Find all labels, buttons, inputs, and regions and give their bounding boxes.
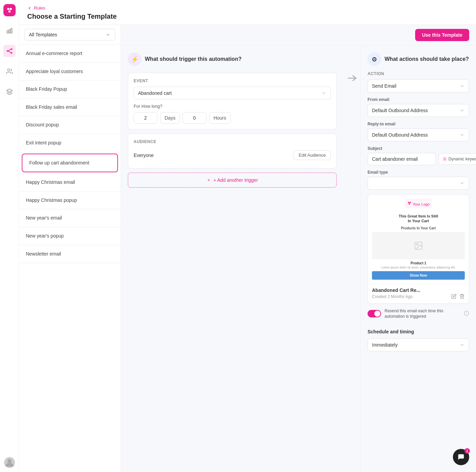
template-list: Annual e-commerce report Appreciate loya… [19, 45, 121, 472]
email-card-name: Abandoned Cart Re... [372, 287, 465, 293]
nav-icon-contacts[interactable] [3, 65, 16, 77]
action-title: What actions should take place? [385, 56, 469, 62]
reply-to-select[interactable]: Default Outbound Address [368, 128, 469, 141]
info-icon[interactable] [464, 311, 469, 317]
email-type-select[interactable] [368, 177, 469, 190]
template-item-appreciate[interactable]: Appreciate loyal customers [19, 63, 121, 81]
subject-label: Subject [368, 146, 469, 151]
subject-input[interactable] [368, 153, 436, 165]
trigger-title: What should trigger this automation? [145, 56, 241, 62]
template-sidebar: All Templates Annual e-commerce report A… [19, 25, 121, 472]
add-trigger-label: + Add another trigger [213, 177, 258, 183]
action-value: Send Email [372, 83, 396, 89]
svg-point-19 [444, 158, 445, 160]
event-card: Event Abandoned cart For How long? Days [128, 73, 337, 129]
email-edit-button[interactable] [451, 294, 457, 300]
dynamic-keywords-button[interactable]: Dynamic keywords [439, 153, 476, 165]
resend-toggle[interactable] [368, 310, 381, 317]
left-nav [0, 0, 19, 472]
svg-text:⚡: ⚡ [131, 56, 139, 63]
audience-value: Everyone [134, 153, 154, 158]
edit-audience-button[interactable]: Edit Audience [293, 150, 331, 160]
template-item-followup[interactable]: Follow up cart abandonment [22, 154, 118, 173]
user-avatar[interactable] [4, 457, 15, 468]
svg-marker-12 [6, 89, 12, 92]
toggle-label: Resend this email each time this automat… [385, 308, 460, 320]
svg-line-10 [8, 51, 11, 53]
nav-icon-analytics[interactable] [3, 24, 16, 37]
trigger-icon: ⚡ [128, 52, 141, 66]
email-preview-shop-btn: Show Now [372, 271, 465, 280]
email-preview-image [372, 232, 465, 259]
template-item-newyear[interactable]: New year's email [19, 209, 121, 227]
action-select[interactable]: Send Email [368, 80, 469, 92]
audience-card: Audience Everyone Edit Audience [128, 134, 337, 169]
svg-point-11 [7, 69, 10, 71]
template-item-christmas-popup[interactable]: Happy Christmas popup [19, 192, 121, 210]
schedule-section: Schedule and timing Immediately [368, 329, 469, 351]
breadcrumb[interactable]: Rules [27, 5, 468, 11]
template-item-bfsales[interactable]: Black Friday sales email [19, 99, 121, 117]
svg-rect-5 [11, 28, 12, 33]
event-select[interactable]: Abandoned cart [134, 87, 331, 100]
arrow-connector [343, 46, 360, 472]
email-card-actions [451, 294, 465, 300]
email-card-date-row: Created 2 Months Ago [372, 294, 465, 300]
svg-point-24 [417, 244, 418, 245]
duration-days-input[interactable] [134, 112, 157, 124]
chat-bubble[interactable]: 1 [453, 449, 469, 465]
svg-line-9 [8, 49, 11, 51]
email-preview-product-name: Product 1 [372, 261, 465, 265]
email-type-label: Email type [368, 170, 469, 175]
from-email-select[interactable]: Default Outbound Address [368, 104, 469, 117]
duration-row: Days Hours [134, 112, 331, 124]
svg-point-8 [11, 52, 12, 53]
email-delete-button[interactable] [459, 294, 465, 300]
add-trigger-button[interactable]: ＋ + Add another trigger [128, 173, 337, 188]
duration-days-unit: Days [160, 112, 180, 124]
toggle-row: Resend this email each time this automat… [368, 304, 469, 324]
event-value: Abandoned cart [138, 90, 172, 96]
duration-hours-unit: Hours [209, 112, 231, 124]
template-item-newsletter[interactable]: Newsletter email [19, 245, 121, 263]
filter-dropdown[interactable]: All Templates [24, 29, 115, 40]
svg-point-6 [7, 50, 8, 51]
svg-point-20 [408, 202, 409, 203]
nav-icon-integrations[interactable] [3, 86, 16, 98]
event-label: Event [134, 78, 331, 83]
template-item-bfpopup[interactable]: Black Friday Popup [19, 81, 121, 99]
email-preview-card: Your Logo This Great Item Is Still In Yo… [368, 194, 469, 304]
template-item-annual[interactable]: Annual e-commerce report [19, 45, 121, 63]
svg-point-7 [11, 49, 12, 50]
template-item-newyear-popup[interactable]: New year's popup [19, 227, 121, 245]
nav-icon-automation[interactable] [3, 45, 16, 57]
email-preview-logo: Your Logo [405, 199, 432, 208]
email-type-group: Email type [368, 170, 469, 190]
automation-canvas: ⚡ What should trigger this automation? E… [121, 46, 476, 472]
svg-rect-3 [7, 31, 8, 33]
content-area: All Templates Annual e-commerce report A… [19, 25, 476, 472]
top-action-bar: Use this Template [121, 25, 476, 46]
from-email-label: From email [368, 97, 469, 102]
filter-label: All Templates [29, 32, 57, 37]
trigger-panel: ⚡ What should trigger this automation? E… [121, 46, 343, 472]
subject-group: Subject Dynamic keywords [368, 146, 469, 165]
breadcrumb-label: Rules [34, 5, 45, 11]
duration-hours-input[interactable] [183, 112, 206, 124]
app-logo[interactable] [3, 4, 16, 16]
email-preview-products-label: Products In Your Cart [372, 226, 465, 230]
schedule-select[interactable]: Immediately [368, 338, 469, 351]
page-header: Rules Choose a Starting Template [19, 0, 476, 25]
trigger-panel-header: ⚡ What should trigger this automation? [128, 52, 337, 66]
svg-point-13 [7, 459, 12, 463]
email-card-meta: Abandoned Cart Re... Created 2 Months Ag… [368, 284, 469, 303]
audience-row: Everyone Edit Audience [134, 147, 331, 163]
template-item-christmas[interactable]: Happy Christmas email [19, 174, 121, 192]
action-panel-header: ⚙ What actions should take place? [368, 52, 469, 66]
svg-point-1 [10, 8, 12, 10]
use-template-button[interactable]: Use this Template [415, 29, 469, 41]
action-form-group: Action Send Email [368, 71, 469, 92]
template-item-discount[interactable]: Discount popup [19, 116, 121, 134]
page-title: Choose a Starting Template [27, 13, 468, 20]
template-item-exit[interactable]: Exit intent popup [19, 134, 121, 152]
